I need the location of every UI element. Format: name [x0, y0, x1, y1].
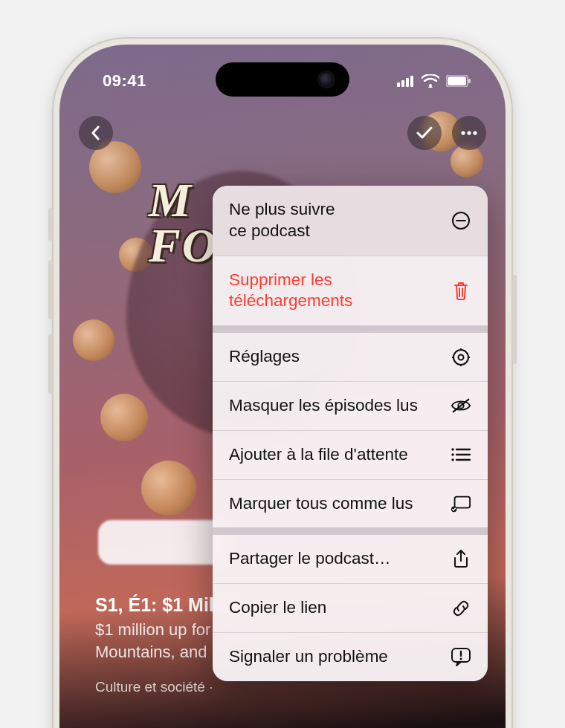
cellular-icon: [397, 75, 415, 87]
iphone-device-frame: MFO 09:41: [52, 37, 513, 728]
nav-bar: [59, 116, 506, 150]
menu-item-delete-downloads[interactable]: Supprimer les téléchargements: [213, 256, 488, 326]
artwork-coin: [100, 394, 148, 441]
menu-item-mark-all-played[interactable]: Marquer tous comme lus: [213, 480, 488, 528]
link-icon: [451, 598, 471, 619]
menu-label: Réglages: [229, 346, 440, 368]
battery-icon: [446, 75, 471, 87]
menu-label: Masquer les épisodes lus: [229, 395, 440, 417]
artwork-coin: [73, 319, 114, 361]
menu-label: Signaler un problème: [229, 646, 440, 668]
svg-rect-6: [448, 77, 466, 85]
podcast-category: Culture et société ·: [95, 679, 470, 695]
svg-point-26: [451, 458, 453, 461]
menu-item-share-podcast[interactable]: Partager le podcast…: [213, 535, 488, 583]
menu-label: Ajouter à la file d'attente: [229, 444, 440, 466]
followed-button[interactable]: [407, 116, 442, 150]
menu-item-report-problem[interactable]: Signaler un problème: [213, 633, 488, 681]
volume-up-button: [48, 260, 53, 319]
menu-label: Ne plus suivre ce podcast: [229, 199, 440, 242]
svg-point-24: [451, 448, 453, 450]
menu-label: Marquer tous comme lus: [229, 493, 440, 515]
wifi-icon: [422, 74, 439, 88]
menu-item-copy-link[interactable]: Copier le lien: [213, 584, 488, 632]
svg-point-31: [460, 658, 462, 660]
svg-point-25: [451, 453, 453, 455]
podcast-artwork-title: MFO: [149, 178, 218, 269]
svg-rect-7: [468, 79, 471, 83]
menu-label: Partager le podcast…: [229, 548, 440, 570]
unfollow-icon: [451, 210, 471, 231]
share-icon: [451, 549, 471, 570]
menu-item-settings[interactable]: Réglages: [213, 333, 488, 381]
chevron-left-icon: [90, 126, 102, 140]
svg-rect-2: [406, 78, 409, 87]
svg-rect-1: [401, 80, 404, 87]
svg-point-4: [429, 84, 432, 87]
more-button[interactable]: [452, 116, 486, 150]
mute-switch: [48, 208, 53, 241]
volume-down-button: [48, 334, 53, 394]
menu-label: Copier le lien: [229, 597, 440, 619]
latest-episode-button[interactable]: [98, 520, 225, 565]
svg-point-14: [459, 354, 464, 360]
svg-point-9: [467, 131, 471, 134]
screen: MFO 09:41: [59, 45, 506, 728]
trash-icon: [451, 280, 471, 301]
front-camera: [320, 73, 333, 86]
eye-slash-icon: [451, 395, 471, 416]
svg-point-10: [473, 131, 477, 134]
mark-played-icon: [451, 493, 471, 514]
svg-rect-27: [455, 497, 471, 508]
queue-icon: [451, 444, 471, 465]
status-time: 09:41: [103, 71, 146, 91]
svg-rect-0: [397, 82, 400, 87]
menu-item-unfollow[interactable]: Ne plus suivre ce podcast: [213, 186, 488, 256]
back-button[interactable]: [79, 116, 113, 150]
svg-rect-3: [410, 76, 413, 87]
menu-item-hide-played[interactable]: Masquer les épisodes lus: [213, 382, 488, 430]
svg-point-8: [461, 131, 465, 134]
artwork-coin: [141, 461, 196, 516]
menu-label: Supprimer les téléchargements: [229, 270, 440, 313]
gear-icon: [451, 347, 471, 368]
dynamic-island: [216, 62, 349, 97]
menu-item-add-to-queue[interactable]: Ajouter à la file d'attente: [213, 431, 488, 479]
report-icon: [451, 646, 471, 667]
power-button: [512, 275, 517, 364]
checkmark-icon: [416, 126, 433, 140]
ellipsis-icon: [461, 131, 477, 135]
context-menu: Ne plus suivre ce podcast Supprimer les …: [213, 186, 488, 681]
svg-point-13: [453, 350, 468, 365]
